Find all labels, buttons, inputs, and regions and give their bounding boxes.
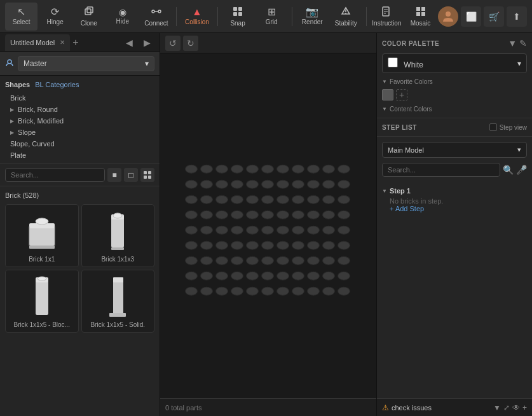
stability-tool[interactable]: Stability — [330, 3, 362, 31]
brick-1x1x5-solid-card[interactable]: Brick 1x1x5 - Solid. — [81, 270, 155, 333]
right-footer: ⚠ check issues ▼ ⤢ 👁 + — [377, 398, 532, 416]
search-input[interactable] — [5, 168, 105, 182]
upload-btn[interactable]: ⬆ — [507, 6, 527, 27]
shape-slope[interactable]: Slope — [5, 127, 154, 138]
model-dropdown[interactable]: Main Model ▾ — [382, 142, 527, 158]
stud — [215, 211, 228, 219]
hide-tool[interactable]: ◉ Hide — [106, 3, 139, 31]
cart-btn[interactable]: 🛒 — [484, 6, 504, 27]
add-tab-btn[interactable]: + — [72, 37, 78, 48]
stud — [292, 165, 304, 174]
stud — [231, 272, 243, 281]
shapes-header: Shapes BL Categories — [5, 81, 154, 88]
minimize-btn[interactable]: ▼ — [493, 403, 501, 412]
check-issues-text[interactable]: check issues — [392, 404, 432, 412]
stud — [276, 287, 289, 296]
clone-tool[interactable]: Clone — [72, 3, 105, 31]
stud — [292, 180, 304, 189]
step-search-input[interactable] — [382, 163, 500, 177]
connect-tool[interactable]: Connect — [140, 3, 172, 31]
favorite-colors-header[interactable]: Favorite Colors — [382, 78, 527, 85]
shape-plate[interactable]: Plate — [5, 149, 154, 161]
view-filled-btn[interactable]: ■ — [107, 168, 121, 182]
stud — [307, 272, 320, 281]
view-outline-btn[interactable]: ◻ — [124, 168, 138, 182]
stud — [185, 195, 198, 204]
svg-point-37 — [38, 277, 46, 281]
stud — [261, 272, 274, 281]
shape-brick-modified[interactable]: Brick, Modified — [5, 115, 154, 127]
stud — [185, 241, 198, 250]
search-icon[interactable]: 🔍 — [503, 165, 514, 175]
stud — [292, 241, 304, 250]
add-btn[interactable]: + — [522, 403, 527, 412]
brick-1x1x5-solid-label: Brick 1x1x5 - Solid. — [86, 321, 151, 328]
brick-1x1-card[interactable]: Brick 1x1 — [5, 204, 79, 267]
mic-icon[interactable]: 🎤 — [516, 165, 527, 175]
step-view-toggle[interactable]: Step view — [489, 123, 527, 131]
select-tool[interactable]: ↖ Select — [5, 3, 38, 31]
canvas-area[interactable]: // Generate studs for(let i = 0; i < 99;… — [160, 53, 376, 398]
color-palette: COLOR PALETTE ▼ ✎ White ▾ Favorite Color… — [377, 33, 532, 118]
model-tab[interactable]: Untitled Model ✕ — [5, 34, 70, 51]
collapse-btn[interactable]: ⤢ — [503, 403, 510, 412]
step-view-checkbox[interactable] — [489, 123, 497, 131]
shape-slope-curved[interactable]: Slope, Curved — [5, 138, 154, 149]
content-colors-header[interactable]: Content Colors — [382, 106, 527, 113]
color-dropdown[interactable]: White ▾ — [382, 53, 527, 73]
rotate-right-btn[interactable]: ↻ — [183, 36, 198, 51]
monitor-btn[interactable]: ⬜ — [461, 6, 481, 27]
separator — [176, 7, 177, 26]
collision-tool[interactable]: ▲ Collision — [181, 3, 213, 31]
svg-rect-25 — [29, 226, 55, 246]
stud — [338, 211, 350, 219]
instruction-tool[interactable]: Instruction — [371, 3, 403, 31]
snap-tool[interactable]: Snap — [222, 3, 254, 31]
svg-rect-21 — [144, 171, 147, 174]
rotate-left-btn[interactable]: ↺ — [165, 36, 181, 51]
svg-point-2 — [152, 10, 154, 13]
toolbar-right: ⬜ 🛒 ⬆ — [438, 6, 527, 27]
tab-bar: Untitled Model ✕ + ◀ ▶ — [0, 33, 160, 52]
shape-brick-round[interactable]: Brick, Round — [5, 104, 154, 115]
stud — [231, 211, 243, 219]
master-dropdown[interactable]: Master ▾ — [18, 56, 154, 71]
favorite-colors-list: + — [382, 89, 527, 101]
brick-section: Brick (528) Brick 1x1 — [0, 186, 160, 416]
prev-btn[interactable]: ◀ — [121, 35, 137, 50]
bl-categories-link[interactable]: BL Categories — [35, 81, 79, 88]
stud — [246, 226, 259, 235]
stud — [261, 226, 274, 235]
brick-1x1-label: Brick 1x1 — [10, 256, 74, 263]
stud — [322, 211, 335, 219]
next-btn[interactable]: ▶ — [139, 35, 154, 50]
separator3 — [292, 7, 292, 26]
hinge-tool[interactable]: ⟳ Hinge — [39, 3, 71, 31]
add-step-btn[interactable]: Add Step — [382, 205, 527, 212]
user-avatar[interactable] — [438, 6, 458, 27]
fav-color-1[interactable] — [382, 89, 393, 101]
stud — [276, 256, 289, 265]
brick-1x1x5-block-card[interactable]: Brick 1x1x5 - Bloc... — [5, 270, 79, 333]
brick-1x1x3-card[interactable]: Brick 1x1x3 — [81, 204, 155, 267]
stud — [246, 241, 259, 250]
shape-brick[interactable]: Brick — [5, 92, 154, 104]
grid-tool[interactable]: ⊞ Grid — [256, 3, 288, 31]
filter-btn[interactable]: ▼ — [508, 38, 517, 48]
tab-close-btn[interactable]: ✕ — [60, 39, 65, 46]
stud — [215, 180, 228, 189]
stud — [338, 287, 350, 296]
edit-palette-btn[interactable]: ✎ — [519, 38, 527, 48]
view-grid-btn[interactable] — [140, 168, 154, 182]
visibility-btn[interactable]: 👁 — [512, 403, 520, 412]
render-tool[interactable]: 📷 Render — [296, 3, 329, 31]
stud — [292, 272, 304, 281]
svg-rect-7 — [233, 12, 237, 16]
stud — [261, 256, 274, 265]
stud — [200, 287, 213, 296]
stud — [276, 195, 289, 204]
add-fav-color-btn[interactable]: + — [396, 89, 407, 101]
warning-icon: ⚠ — [382, 403, 389, 412]
snap-icon — [233, 6, 243, 18]
mosaic-tool[interactable]: Mosaic — [404, 3, 437, 31]
